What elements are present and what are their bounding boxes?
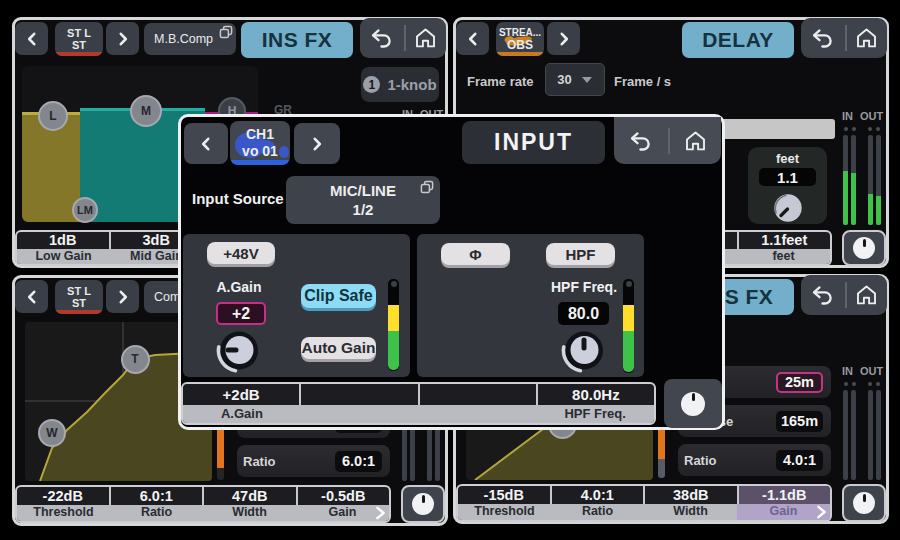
home-button[interactable] bbox=[414, 27, 437, 49]
param-cell-value[interactable]: 38dB bbox=[645, 486, 739, 504]
param-strip: -22dB 6.0:1 47dB -0.5dB Threshold Ratio … bbox=[15, 485, 391, 523]
auto-gain-button[interactable]: Auto Gain bbox=[301, 337, 376, 359]
undo-button[interactable] bbox=[628, 130, 654, 152]
param-cell-value[interactable]: 4.0:1 bbox=[552, 486, 646, 504]
phantom-48v-button[interactable]: +48V bbox=[207, 242, 275, 264]
param-cell-value[interactable]: -1.1dB bbox=[739, 486, 831, 504]
delay-knob[interactable] bbox=[773, 193, 803, 223]
home-button[interactable] bbox=[684, 130, 707, 152]
level-meter bbox=[851, 135, 856, 225]
param-cell-value[interactable]: -15dB bbox=[458, 486, 552, 504]
param-cell-label: Low Gain bbox=[17, 249, 110, 264]
prev-channel-button[interactable] bbox=[456, 22, 489, 55]
out-meter-label: OUT bbox=[860, 365, 883, 377]
channel-select-button[interactable]: ST LST bbox=[55, 280, 103, 314]
comp-param-value[interactable]: 25m bbox=[776, 372, 823, 393]
band-knob[interactable]: T bbox=[121, 345, 150, 374]
hpf-freq-value-box[interactable]: 80.0 bbox=[558, 302, 609, 325]
channel-id: ST L bbox=[67, 27, 91, 39]
next-channel-button[interactable] bbox=[547, 22, 580, 55]
channel-select-button[interactable]: STREA...OBS bbox=[496, 22, 544, 56]
band-knob[interactable]: M bbox=[130, 95, 162, 127]
param-cell-value[interactable] bbox=[301, 384, 419, 405]
comp-param-value[interactable]: 6.0:1 bbox=[335, 451, 382, 472]
fx-type-button[interactable]: M.B.Comp bbox=[144, 23, 236, 55]
meter-peak-dot bbox=[876, 127, 880, 131]
phase-button[interactable]: Φ bbox=[441, 243, 510, 265]
knob-dial-icon bbox=[412, 493, 434, 515]
param-cell-value[interactable]: +2dB bbox=[183, 384, 301, 405]
again-knob[interactable] bbox=[216, 328, 262, 374]
hpf-knob[interactable] bbox=[561, 328, 607, 374]
delay-value-box[interactable]: 1.1 bbox=[759, 168, 816, 186]
home-icon bbox=[414, 27, 437, 49]
copy-icon bbox=[420, 180, 434, 194]
phantom-48v-label: +48V bbox=[223, 245, 258, 262]
meter-peak-dot bbox=[868, 382, 872, 386]
clip-safe-label: Clip Safe bbox=[304, 287, 372, 305]
knob-letter: L bbox=[49, 109, 56, 123]
prev-channel-button[interactable] bbox=[15, 22, 48, 55]
undo-button[interactable] bbox=[810, 284, 836, 306]
param-cell-value[interactable]: -0.5dB bbox=[298, 487, 390, 505]
onknob-button[interactable] bbox=[842, 230, 886, 266]
frame-rate-unit-text: Frame / s bbox=[614, 74, 671, 89]
clip-safe-button[interactable]: Clip Safe bbox=[301, 284, 376, 308]
param-cell-value[interactable]: 1.1feet bbox=[739, 232, 831, 249]
band-knob[interactable]: LM bbox=[72, 197, 98, 223]
onknob-button[interactable] bbox=[401, 485, 445, 523]
input-source-label-text: Input Source bbox=[192, 190, 284, 207]
next-channel-button[interactable] bbox=[294, 123, 340, 164]
comp-param-value[interactable]: 165m bbox=[776, 411, 823, 432]
meter-peak-dot bbox=[876, 382, 880, 386]
in-meter-label: IN bbox=[842, 365, 853, 377]
prev-channel-button[interactable] bbox=[15, 280, 48, 313]
param-cell-label: HPF Freq. bbox=[536, 405, 654, 423]
nav-buttons bbox=[801, 275, 887, 315]
param-cell-value[interactable]: 1dB bbox=[17, 232, 111, 249]
param-cell-label: A.Gain bbox=[183, 405, 301, 423]
param-cell-label: Threshold bbox=[17, 505, 110, 521]
next-channel-button[interactable] bbox=[106, 22, 139, 55]
band-knob[interactable]: L bbox=[38, 101, 68, 131]
hpf-button[interactable]: HPF bbox=[546, 243, 615, 265]
channel-select-button[interactable]: ST LST bbox=[55, 22, 103, 56]
home-button[interactable] bbox=[855, 284, 878, 306]
meter-green bbox=[623, 331, 634, 372]
again-value-box[interactable]: +2 bbox=[216, 302, 266, 325]
next-page-button[interactable] bbox=[375, 506, 386, 520]
next-channel-button[interactable] bbox=[106, 280, 139, 313]
fx-type-label: M.B.Comp bbox=[154, 32, 213, 46]
param-cell-value[interactable]: 47dB bbox=[204, 487, 298, 505]
input-source-button[interactable]: MIC/LINE1/2 bbox=[286, 176, 440, 224]
again-value-text: +2 bbox=[232, 305, 250, 323]
onknob-button[interactable] bbox=[842, 484, 886, 522]
param-cell-value[interactable]: -22dB bbox=[17, 487, 111, 505]
channel-name: vo 01 bbox=[242, 143, 278, 160]
in-label-text: IN bbox=[842, 365, 853, 377]
knob-letter: M bbox=[141, 104, 151, 118]
param-cell-value[interactable]: 80.0Hz bbox=[538, 384, 654, 405]
page-title-text: DELAY bbox=[702, 28, 774, 52]
param-cell-value[interactable]: 6.0:1 bbox=[111, 487, 205, 505]
chevron-right-icon bbox=[115, 289, 131, 305]
frame-rate-dropdown[interactable]: 30 bbox=[545, 63, 605, 96]
onknob-button[interactable] bbox=[664, 379, 722, 428]
home-button[interactable] bbox=[855, 27, 878, 49]
param-cell-value[interactable] bbox=[420, 384, 538, 405]
undo-button[interactable] bbox=[369, 27, 395, 49]
next-page-button[interactable] bbox=[816, 505, 827, 519]
comp-param-label: Ratio bbox=[684, 453, 776, 468]
knob-dial-icon bbox=[681, 392, 705, 416]
param-cell-label bbox=[301, 405, 419, 423]
frame-rate-label: Frame rate bbox=[467, 74, 533, 89]
channel-name: OBS bbox=[507, 39, 533, 51]
hpf-card: Φ HPF HPF Freq. 80.0 bbox=[417, 234, 644, 377]
undo-button[interactable] bbox=[810, 27, 836, 49]
mixer-touchscreen: ST LST M.B.Comp INS FX L M H LM 11-knob … bbox=[0, 0, 900, 540]
channel-select-button[interactable]: CH1vo 01 bbox=[230, 121, 290, 165]
prev-channel-button[interactable] bbox=[184, 123, 228, 164]
one-knob-button[interactable]: 11-knob bbox=[361, 67, 439, 102]
band-knob[interactable]: W bbox=[38, 419, 66, 447]
comp-param-value[interactable]: 4.0:1 bbox=[776, 450, 823, 471]
